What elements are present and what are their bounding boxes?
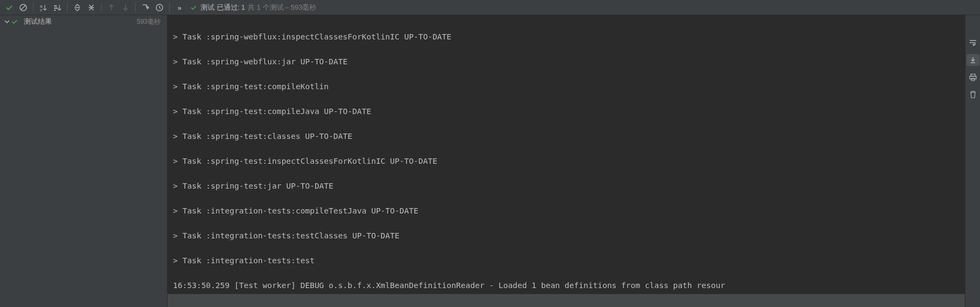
- sort-alpha-button[interactable]: az: [36, 2, 50, 14]
- console-line: > Task :spring-test:jar UP-TO-DATE: [173, 180, 965, 192]
- svg-rect-10: [971, 74, 975, 76]
- status-total: 共 1 个测试: [248, 3, 283, 12]
- show-ignored-button[interactable]: [16, 2, 30, 14]
- toolbar-separator: [33, 3, 34, 12]
- console-line: > Task :integration-tests:testClasses UP…: [173, 230, 965, 242]
- right-gutter: [965, 15, 980, 307]
- pass-check-icon: [11, 18, 18, 25]
- show-passed-button[interactable]: [2, 2, 16, 14]
- console-line: > Task :spring-test:compileJava UP-TO-DA…: [173, 105, 965, 118]
- tree-root-duration: 593毫秒: [137, 17, 164, 26]
- status-count: 1: [241, 3, 245, 11]
- console-line: > Task :spring-test:compileKotlin: [173, 81, 965, 93]
- more-button[interactable]: »: [172, 2, 186, 14]
- scroll-to-end-button[interactable]: [966, 54, 979, 66]
- svg-text:z: z: [40, 8, 42, 12]
- console-line: > Task :spring-test:classes UP-TO-DATE: [173, 130, 965, 143]
- tree-root-row[interactable]: 测试结果 593毫秒: [0, 15, 167, 28]
- print-button[interactable]: [966, 71, 979, 83]
- console-scrollbar-track[interactable]: [168, 294, 965, 307]
- console-output[interactable]: > Task :spring-webflux:inspectClassesFor…: [168, 15, 965, 307]
- console-line: > Task :integration-tests:compileTestJav…: [173, 205, 965, 217]
- console-line: > Task :spring-webflux:inspectClassesFor…: [173, 31, 965, 43]
- test-toolbar: az » 测试 已通过: 1 共 1 个测试 – 593毫秒: [0, 0, 980, 15]
- svg-line-1: [21, 5, 25, 10]
- expand-all-button[interactable]: [70, 2, 84, 14]
- status-label: 测试 已通过:: [201, 3, 239, 12]
- status-duration: – 593毫秒: [285, 3, 317, 12]
- toolbar-separator: [169, 3, 170, 12]
- svg-rect-5: [54, 8, 58, 9]
- export-results-button[interactable]: [138, 2, 152, 14]
- console-line: > Task :spring-webflux:jar UP-TO-DATE: [173, 56, 965, 68]
- console-line: > Task :integration-tests:test: [173, 255, 965, 267]
- collapse-all-button[interactable]: [84, 2, 98, 14]
- console-line: 16:53:50.259 [Test worker] DEBUG o.s.b.f…: [173, 279, 965, 292]
- pass-check-icon: [190, 4, 197, 11]
- clear-all-button[interactable]: [966, 89, 979, 101]
- test-tree-panel: 测试结果 593毫秒: [0, 15, 168, 307]
- test-status-text: 测试 已通过: 1 共 1 个测试 – 593毫秒: [190, 3, 316, 12]
- main-container: 测试结果 593毫秒 > Task :spring-webflux:inspec…: [0, 15, 980, 307]
- toolbar-separator: [101, 3, 102, 12]
- chevron-down-icon[interactable]: [3, 19, 11, 24]
- svg-rect-6: [54, 10, 56, 11]
- next-failed-button: [118, 2, 132, 14]
- soft-wrap-button[interactable]: [966, 37, 979, 49]
- toolbar-separator: [67, 3, 68, 12]
- history-button[interactable]: [152, 2, 166, 14]
- console-line: > Task :spring-test:inspectClassesForKot…: [173, 155, 965, 168]
- prev-failed-button: [104, 2, 118, 14]
- svg-rect-4: [54, 5, 57, 6]
- sort-duration-button[interactable]: [50, 2, 64, 14]
- toolbar-separator: [135, 3, 136, 12]
- tree-root-label: 测试结果: [24, 17, 52, 26]
